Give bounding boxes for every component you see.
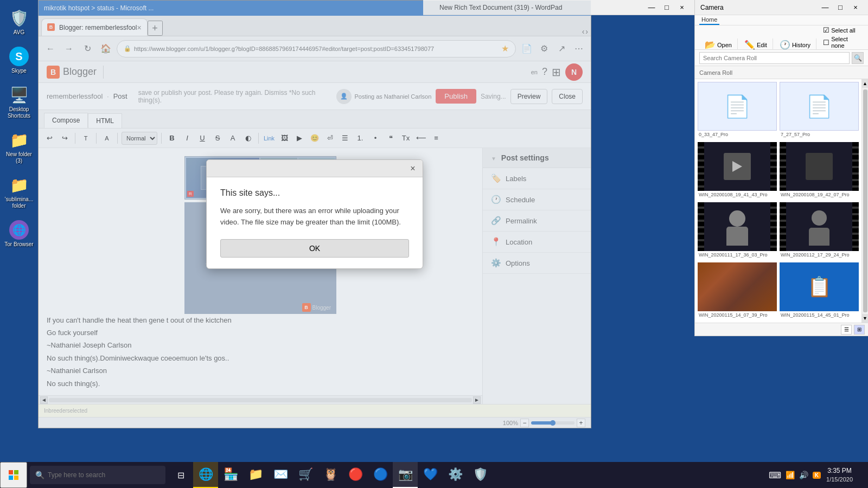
dialog-ok-button[interactable]: OK <box>220 239 409 258</box>
camera-thumb-8: 📋 <box>780 262 859 311</box>
wordpad-maximize-button[interactable]: □ <box>660 2 674 13</box>
camera-thumb-3 <box>698 142 777 191</box>
edge-taskbar-button[interactable]: 🌐 <box>193 462 218 488</box>
view-grid-button[interactable]: ⊞ <box>854 325 865 335</box>
opera-taskbar-button[interactable]: 🔴 <box>343 462 368 488</box>
svg-rect-0 <box>9 470 13 474</box>
camera-thumb-2: 📄 <box>780 82 859 131</box>
camera-vertical-scrollbar[interactable]: ▲ ▼ <box>861 79 868 323</box>
tray-network-icon[interactable]: 📶 <box>786 471 795 479</box>
tray-notification-badge[interactable]: K <box>813 472 821 479</box>
open-label: Open <box>717 42 732 48</box>
taskbar-center-icons: ⊟ 🌐 🏪 📁 ✉️ 🛒 🦉 🔴 🔵 📷 💙 ⚙️ 🛡️ <box>168 462 493 488</box>
select-all-icon: ☑ <box>823 26 829 34</box>
select-none-icon: ☐ <box>823 38 829 47</box>
dialog-titlebar: × <box>207 160 423 177</box>
view-list-button[interactable]: ☰ <box>841 325 852 335</box>
kaspersky-taskbar-button[interactable]: 🛡️ <box>468 462 493 488</box>
camera-item-7[interactable]: WIN_20200115_14_07_39_Pro <box>698 262 777 320</box>
camera-close-button[interactable]: × <box>848 3 863 12</box>
wordpad-close-button[interactable]: × <box>675 2 689 13</box>
camera-label-7: WIN_20200115_14_07_39_Pro <box>698 311 777 319</box>
history-label: History <box>792 42 810 48</box>
dialog-close-button[interactable]: × <box>407 163 418 174</box>
ribbon-open-section: 📂 Open <box>699 38 738 51</box>
tripadvisor-taskbar-button[interactable]: 🦉 <box>318 462 343 488</box>
tor-browser-icon[interactable]: 🌐 Tor Browser <box>2 217 37 251</box>
doc-icon-2: 📄 <box>806 94 833 119</box>
camera-item-1[interactable]: 📄 0_33_47_Pro <box>698 82 777 139</box>
select-all-button[interactable]: ☑ Select all <box>821 25 860 35</box>
camera-item-5[interactable]: WIN_20200111_17_36_03_Pro <box>698 202 777 260</box>
explorer-taskbar-button[interactable]: 📁 <box>243 462 268 488</box>
new-folder-icon[interactable]: 📁 New folder (3) <box>2 127 37 167</box>
tray-keyboard-icon[interactable]: ⌨ <box>769 470 781 480</box>
system-tray: ⌨ 📶 🔊 K <box>769 470 821 480</box>
camera-item-4[interactable]: WIN_20200108_19_42_07_Pro <box>780 142 859 200</box>
camera-grid: 📄 0_33_47_Pro 📄 7_27_57_Pro <box>695 79 861 323</box>
store-taskbar-button[interactable]: 🏪 <box>218 462 243 488</box>
camera-thumb-5 <box>698 202 777 251</box>
camera-item-6[interactable]: WIN_20200112_17_29_24_Pro <box>780 202 859 260</box>
film-strip-right-4 <box>852 142 859 191</box>
avg-icon[interactable]: 🛡️ AVG <box>2 5 37 38</box>
svg-rect-3 <box>14 476 18 480</box>
show-desktop-button[interactable] <box>858 462 861 488</box>
unknown-taskbar-button[interactable]: 🔵 <box>368 462 393 488</box>
taskbar-time: 3:35 PM <box>826 466 853 476</box>
tray-volume-icon[interactable]: 🔊 <box>799 471 808 479</box>
subliminal-folder-icon[interactable]: 📁 'sublimina... folder <box>2 172 37 212</box>
taskbar-right: ⌨ 📶 🔊 K 3:35 PM 1/15/2020 <box>769 462 868 488</box>
film-strip-right-3 <box>770 142 777 191</box>
camera-item-2[interactable]: 📄 7_27_57_Pro <box>780 82 859 139</box>
dialog-title: This site says... <box>220 188 409 198</box>
taskbar: 🔍 ⊟ 🌐 🏪 📁 ✉️ 🛒 🦉 🔴 🔵 📷 💙 ⚙️ 🛡️ ⌨ 📶 <box>0 462 868 488</box>
history-button[interactable]: 🕐 History <box>777 38 813 51</box>
camera-label-8: WIN_20200115_14_45_01_Pro <box>780 311 859 319</box>
camera-grid-label: Camera Roll <box>699 69 732 76</box>
scroll-up-btn[interactable]: ▲ <box>862 79 869 88</box>
camera-bottom-bar: ☰ ⊞ <box>695 323 868 336</box>
film-strip-left-4 <box>780 142 786 191</box>
scroll-down-btn[interactable]: ▼ <box>862 314 869 323</box>
taskbar-clock[interactable]: 3:35 PM 1/15/2020 <box>826 466 853 484</box>
desktop: 🛡️ AVG S Skype 🖥️ Desktop Shortcuts 📁 Ne… <box>0 0 868 488</box>
taskbar-search-input[interactable] <box>48 471 151 479</box>
select-none-button[interactable]: ☐ Select none <box>821 35 860 49</box>
amazon-taskbar-button[interactable]: 🛒 <box>293 462 318 488</box>
camera-ribbon: Home 📂 Open ✏️ Edit <box>695 15 868 50</box>
person-content-5 <box>721 208 754 246</box>
camera-minimize-button[interactable]: — <box>818 3 832 12</box>
start-button[interactable] <box>0 462 27 488</box>
desktop-shortcuts-icon[interactable]: 🖥️ Desktop Shortcuts <box>2 82 37 122</box>
skype-taskbar-button[interactable]: 💙 <box>418 462 443 488</box>
camera-search-input[interactable] <box>699 52 850 64</box>
camera-label-1: 0_33_47_Pro <box>698 131 777 138</box>
settings-taskbar-button[interactable]: ⚙️ <box>443 462 468 488</box>
video-content-3 <box>724 153 751 180</box>
wordpad-minimize-button[interactable]: — <box>644 2 659 13</box>
dialog-message: We are sorry, but there was an error whi… <box>220 206 409 228</box>
scroll-thumb[interactable] <box>863 89 867 312</box>
camera-label-6: WIN_20200112_17_29_24_Pro <box>780 251 859 259</box>
wood-texture-7 <box>698 262 777 311</box>
person-body-6 <box>809 228 829 246</box>
mail-taskbar-button[interactable]: ✉️ <box>268 462 293 488</box>
ribbon-tab-home[interactable]: Home <box>699 15 719 25</box>
open-button[interactable]: 📂 Open <box>703 38 734 51</box>
camera-grid-wrapper: 📄 0_33_47_Pro 📄 7_27_57_Pro <box>695 79 868 323</box>
taskbar-search-bar[interactable]: 🔍 <box>30 466 165 484</box>
camera-maximize-button[interactable]: □ <box>833 3 847 12</box>
task-view-button[interactable]: ⊟ <box>168 462 193 488</box>
skype-icon[interactable]: S Skype <box>2 44 37 77</box>
camera-taskbar-button[interactable]: 📷 <box>393 462 418 488</box>
camera-label-4: WIN_20200108_19_42_07_Pro <box>780 191 859 198</box>
camera-item-3[interactable]: WIN_20200108_19_41_43_Pro <box>698 142 777 200</box>
camera-titlebar: Camera — □ × <box>695 0 868 15</box>
svg-rect-1 <box>14 470 18 474</box>
camera-thumb-6 <box>780 202 859 251</box>
camera-item-8[interactable]: 📋 WIN_20200115_14_45_01_Pro <box>780 262 859 320</box>
edit-button[interactable]: ✏️ Edit <box>742 38 769 51</box>
camera-search-button[interactable]: 🔍 <box>852 52 864 64</box>
wordpad-controls: — □ × <box>644 2 689 13</box>
